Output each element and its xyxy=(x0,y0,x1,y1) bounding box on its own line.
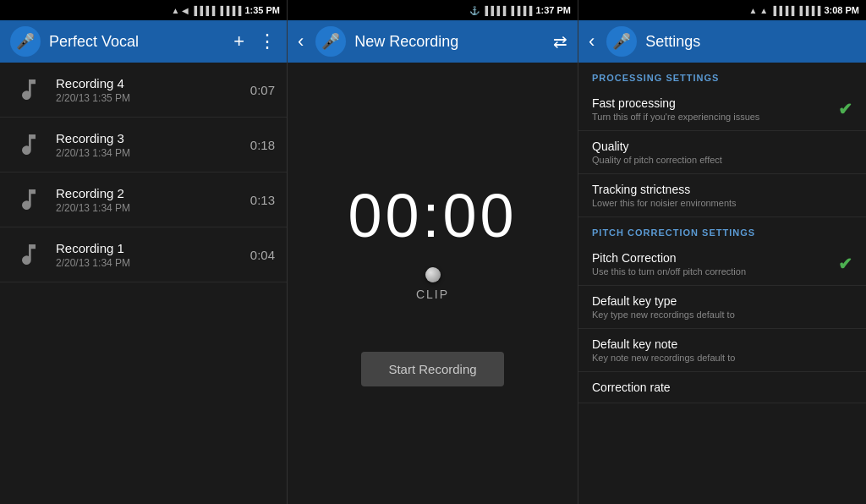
settings-item-desc: Key note new recordings default to xyxy=(592,353,852,363)
status-icons-3: ▲ ▲ ▐▐▐▐ ▐▐▐▐ xyxy=(749,6,821,15)
status-bar-3: ▲ ▲ ▐▐▐▐ ▐▐▐▐ 3:08 PM xyxy=(578,0,866,20)
settings-item[interactable]: Fast processing Turn this off if you're … xyxy=(578,88,866,131)
app-title-1: Perfect Vocal xyxy=(49,33,225,51)
settings-item-desc: Key type new recordings default to xyxy=(592,310,852,320)
recording-name: Recording 3 xyxy=(56,131,240,145)
app-header-2: ‹ 🎤 New Recording ⇄ xyxy=(288,20,578,63)
settings-icon[interactable]: ⇄ xyxy=(553,31,567,52)
recording-item[interactable]: Recording 2 2/20/13 1:34 PM 0:13 xyxy=(0,173,287,227)
time-3: 3:08 PM xyxy=(824,5,859,15)
menu-button[interactable]: ⋮ xyxy=(258,32,277,51)
music-note-icon xyxy=(12,73,46,107)
recording-item[interactable]: Recording 1 2/20/13 1:34 PM 0:04 xyxy=(0,227,287,282)
recording-duration: 0:18 xyxy=(250,138,275,152)
clip-circle xyxy=(425,267,441,282)
mic-icon-circle-3: 🎤 xyxy=(606,26,637,57)
music-note-icon xyxy=(12,128,46,162)
recording-item[interactable]: Recording 3 2/20/13 1:34 PM 0:18 xyxy=(0,118,287,173)
mic-icon-3: 🎤 xyxy=(612,32,631,51)
settings-item-title: Default key note xyxy=(592,337,852,351)
app-title-3: Settings xyxy=(645,33,856,51)
recording-date: 2/20/13 1:34 PM xyxy=(56,257,240,269)
time-2: 1:37 PM xyxy=(535,5,571,15)
settings-item-text: Quality Quality of pitch correction effe… xyxy=(592,140,852,165)
recording-date: 2/20/13 1:34 PM xyxy=(56,202,240,214)
settings-content: PROCESSING SETTINGS Fast processing Turn… xyxy=(578,63,866,504)
mic-icon-2: 🎤 xyxy=(321,32,340,51)
settings-item[interactable]: Default key note Key note new recordings… xyxy=(578,329,866,372)
settings-item[interactable]: Tracking strictness Lower this for noisi… xyxy=(578,174,866,217)
settings-section-header-1: PITCH CORRECTION SETTINGS xyxy=(578,217,866,243)
app-header-3: ‹ 🎤 Settings xyxy=(578,20,866,63)
recording-duration: 0:07 xyxy=(250,83,275,97)
recording-info: Recording 4 2/20/13 1:35 PM xyxy=(56,76,240,104)
music-note-icon xyxy=(12,183,46,216)
settings-back-button[interactable]: ‹ xyxy=(589,30,595,52)
app-title-2: New Recording xyxy=(354,33,545,51)
checkmark-icon: ✔ xyxy=(838,99,852,119)
settings-item-text: Default key note Key note new recordings… xyxy=(592,337,852,363)
settings-item[interactable]: Default key type Key type new recordings… xyxy=(578,286,866,329)
settings-item-title: Pitch Correction xyxy=(592,251,838,265)
panel-new-recording: ⚓ ▐▐▐▐ ▐▐▐▐ 1:37 PM ‹ 🎤 New Recording ⇄ … xyxy=(288,0,578,504)
clip-label: CLIP xyxy=(416,288,449,301)
panel-recordings: ▲ ◀ ▐▐▐▐ ▐▐▐▐ 1:35 PM 🎤 Perfect Vocal + … xyxy=(0,0,288,504)
mic-icon-circle-2: 🎤 xyxy=(315,26,346,57)
settings-item[interactable]: Quality Quality of pitch correction effe… xyxy=(578,131,866,174)
settings-item-title: Quality xyxy=(592,140,852,153)
status-icons-2: ⚓ ▐▐▐▐ ▐▐▐▐ xyxy=(469,6,532,15)
recording-date: 2/20/13 1:35 PM xyxy=(56,92,240,104)
status-bar-1: ▲ ◀ ▐▐▐▐ ▐▐▐▐ 1:35 PM xyxy=(0,0,287,20)
recording-name: Recording 4 xyxy=(56,76,240,90)
settings-item[interactable]: Pitch Correction Use this to turn on/off… xyxy=(578,243,866,286)
music-note-icon xyxy=(12,238,46,271)
recording-main: 00:00 CLIP Start Recording xyxy=(288,63,578,504)
settings-item-title: Fast processing xyxy=(592,96,838,110)
settings-item-desc: Lower this for noisier environments xyxy=(592,198,852,208)
settings-item-desc: Use this to turn on/off pitch correction xyxy=(592,266,838,277)
recording-name: Recording 2 xyxy=(56,186,240,200)
settings-item-text: Fast processing Turn this off if you're … xyxy=(592,96,838,122)
timer-display: 00:00 xyxy=(348,181,517,250)
status-bar-2: ⚓ ▐▐▐▐ ▐▐▐▐ 1:37 PM xyxy=(288,0,578,20)
start-recording-button[interactable]: Start Recording xyxy=(361,352,503,386)
status-icons-1: ▲ ◀ ▐▐▐▐ ▐▐▐▐ xyxy=(172,6,242,15)
recording-name: Recording 1 xyxy=(56,241,240,255)
recording-item[interactable]: Recording 4 2/20/13 1:35 PM 0:07 xyxy=(0,63,287,118)
app-header-1: 🎤 Perfect Vocal + ⋮ xyxy=(0,20,287,63)
settings-item-desc: Quality of pitch correction effect xyxy=(592,155,852,165)
add-button[interactable]: + xyxy=(233,32,244,51)
recording-date: 2/20/13 1:34 PM xyxy=(56,147,240,159)
settings-item-text: Default key type Key type new recordings… xyxy=(592,294,852,320)
recording-info: Recording 2 2/20/13 1:34 PM xyxy=(56,186,240,214)
back-button[interactable]: ‹ xyxy=(298,30,304,52)
settings-section-header-0: PROCESSING SETTINGS xyxy=(578,63,866,88)
panel-settings: ▲ ▲ ▐▐▐▐ ▐▐▐▐ 3:08 PM ‹ 🎤 Settings PROCE… xyxy=(578,0,866,504)
recording-duration: 0:04 xyxy=(250,248,275,262)
recording-list: Recording 4 2/20/13 1:35 PM 0:07 Recordi… xyxy=(0,63,287,504)
settings-item-title: Default key type xyxy=(592,294,852,308)
settings-item-text: Pitch Correction Use this to turn on/off… xyxy=(592,251,838,277)
settings-item[interactable]: Correction rate xyxy=(578,372,866,403)
clip-indicator: CLIP xyxy=(416,267,449,301)
settings-item-desc: Turn this off if you're experiencing iss… xyxy=(592,112,838,122)
header-actions-1: + ⋮ xyxy=(233,32,277,51)
recording-duration: 0:13 xyxy=(250,193,275,207)
time-1: 1:35 PM xyxy=(244,5,280,15)
checkmark-icon: ✔ xyxy=(838,254,852,274)
recording-info: Recording 3 2/20/13 1:34 PM xyxy=(56,131,240,159)
recording-info: Recording 1 2/20/13 1:34 PM xyxy=(56,241,240,269)
mic-icon-1: 🎤 xyxy=(16,32,35,51)
settings-item-text: Correction rate xyxy=(592,381,852,394)
settings-item-text: Tracking strictness Lower this for noisi… xyxy=(592,183,852,208)
mic-icon-circle-1: 🎤 xyxy=(10,26,41,57)
settings-item-title: Correction rate xyxy=(592,381,852,394)
settings-item-title: Tracking strictness xyxy=(592,183,852,196)
